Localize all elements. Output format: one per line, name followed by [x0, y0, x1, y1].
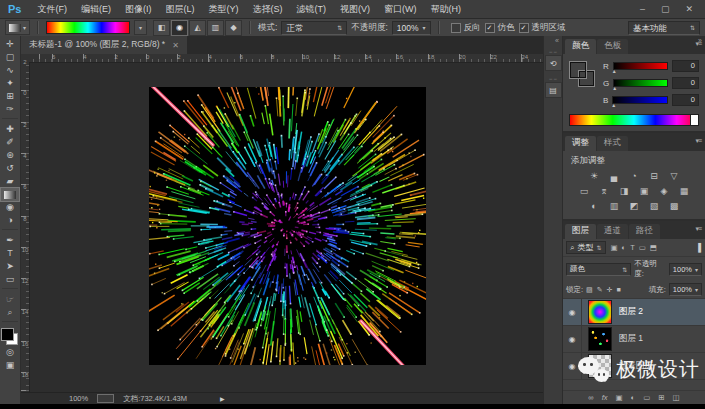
layers-tab[interactable]: 通道	[597, 224, 628, 239]
channel-slider[interactable]: ▲	[612, 96, 668, 104]
tab-close-icon[interactable]: ✕	[172, 41, 179, 50]
hue-saturation-icon[interactable]: ▭	[578, 185, 591, 197]
dodge-tool[interactable]: ◑	[1, 214, 19, 227]
color-spectrum-ramp[interactable]	[569, 114, 699, 126]
screen-mode-button[interactable]: ▣	[1, 359, 19, 372]
history-brush-tool[interactable]: ↺	[1, 162, 19, 175]
menu-item[interactable]: 视图(V)	[333, 1, 377, 18]
checkbox-box[interactable]: ✓	[485, 23, 495, 33]
slider-marker-icon[interactable]: ▲	[612, 68, 617, 74]
lock-all-icon[interactable]: ■	[616, 286, 620, 294]
properties-panel-icon[interactable]: ▤	[545, 82, 562, 98]
zoom-level[interactable]: 100%	[69, 394, 88, 403]
lock-position-icon[interactable]: ✛	[607, 286, 613, 294]
channel-slider[interactable]: ▲	[613, 79, 668, 87]
vibrance-icon[interactable]: ▽	[668, 170, 681, 182]
white-swatch[interactable]	[690, 115, 698, 125]
path-selection-tool[interactable]: ➤	[1, 260, 19, 273]
layer-filter-select[interactable]: ⌕ 类型 ⇅	[566, 241, 606, 254]
checkbox-反向[interactable]: 反向	[451, 22, 481, 34]
angle-gradient-type[interactable]: ◭	[189, 20, 206, 36]
slider-marker-icon[interactable]: ▲	[612, 85, 617, 91]
color-tab[interactable]: 颜色	[565, 39, 596, 54]
gradient-map-icon[interactable]: ▩	[668, 200, 681, 212]
close-button[interactable]: ✕	[685, 4, 693, 14]
menu-item[interactable]: 滤镜(T)	[289, 1, 333, 18]
gradient-tool[interactable]	[1, 188, 19, 201]
zoom-tool[interactable]: ⌕	[1, 306, 19, 319]
menu-item[interactable]: 编辑(E)	[74, 1, 118, 18]
layer-style-icon[interactable]: fx	[602, 393, 608, 402]
move-tool[interactable]: ✛	[1, 38, 19, 51]
eraser-tool[interactable]: ▰	[1, 175, 19, 188]
threshold-icon[interactable]: ◩	[628, 200, 641, 212]
menu-item[interactable]: 窗口(W)	[377, 1, 424, 18]
document-tab[interactable]: 未标题-1 @ 100% (图层 2, RGB/8) * ✕	[21, 36, 187, 54]
filter-shape-layers-icon[interactable]: ▭	[639, 243, 646, 252]
adjustments-tab[interactable]: 样式	[597, 136, 628, 151]
linear-gradient-type[interactable]: ◧	[153, 20, 170, 36]
diamond-gradient-type[interactable]: ◆	[225, 20, 242, 36]
radial-gradient-type[interactable]: ◉	[171, 20, 188, 36]
layer-blend-mode-select[interactable]: 颜色 ⇅	[566, 263, 631, 276]
color-tab[interactable]: 色板	[597, 39, 628, 54]
layer-row[interactable]: ◉图层 2	[563, 299, 705, 326]
reflected-gradient-type[interactable]: ▥	[207, 20, 224, 36]
expand-panels-icon[interactable]: «	[555, 36, 562, 44]
filter-adjustment-layers-icon[interactable]: ◐	[622, 243, 627, 252]
layer-row[interactable]: ◉图层 1	[563, 326, 705, 353]
shape-tool[interactable]: ▭	[1, 273, 19, 286]
black-white-icon[interactable]: ◨	[618, 185, 631, 197]
minimize-button[interactable]: –	[640, 4, 645, 14]
adjustments-tab[interactable]: 调整	[565, 136, 596, 151]
brightness-contrast-icon[interactable]: ☀	[588, 170, 601, 182]
blend-mode-select[interactable]: 正常 ⇅	[281, 21, 347, 35]
curves-icon[interactable]: ◔	[628, 170, 641, 182]
gradient-picker-button[interactable]: ▾	[134, 20, 147, 35]
exposure-icon[interactable]: ⊟	[648, 170, 661, 182]
brush-tool[interactable]: ✐	[1, 136, 19, 149]
invert-icon[interactable]: ◐	[588, 200, 601, 212]
hand-tool[interactable]: ☞	[1, 293, 19, 306]
layer-opacity-select[interactable]: 100% ▾	[669, 263, 702, 276]
lock-transparency-icon[interactable]: ▨	[586, 286, 593, 294]
status-options-arrow[interactable]: ▶	[220, 395, 225, 402]
layer-filter-toggle[interactable]: ▐	[695, 243, 702, 252]
filter-smart-objects-icon[interactable]: ⬒	[650, 243, 657, 252]
marquee-tool[interactable]: ▢	[1, 51, 19, 64]
pen-tool[interactable]: ✒	[1, 234, 19, 247]
crop-tool[interactable]: ⊞	[1, 90, 19, 103]
eyedropper-tool[interactable]: ✑	[1, 103, 19, 116]
healing-brush-tool[interactable]: ✚	[1, 123, 19, 136]
channel-slider[interactable]: ▲	[613, 62, 668, 70]
menu-item[interactable]: 图层(L)	[158, 1, 201, 18]
history-panel-icon[interactable]: ⟲	[545, 55, 562, 71]
photo-filter-icon[interactable]: ▣	[638, 185, 651, 197]
type-tool[interactable]: T	[1, 247, 19, 260]
filter-pixel-layers-icon[interactable]: ▣	[611, 243, 618, 252]
checkbox-box[interactable]: ✓	[519, 23, 529, 33]
checkbox-仿色[interactable]: ✓仿色	[485, 22, 515, 34]
maximize-button[interactable]: ▢	[661, 4, 670, 14]
blur-tool[interactable]: ◉	[1, 201, 19, 214]
lock-paint-icon[interactable]: ✎	[597, 286, 603, 294]
clone-stamp-tool[interactable]: ⊛	[1, 149, 19, 162]
slider-marker-icon[interactable]: ▲	[611, 102, 616, 108]
layer-thumbnail[interactable]	[588, 300, 612, 324]
gradient-preview[interactable]	[46, 21, 130, 34]
channel-value[interactable]: 0	[672, 94, 699, 106]
menu-item[interactable]: 文件(F)	[30, 1, 74, 18]
levels-icon[interactable]: ▄	[608, 170, 621, 182]
menu-item[interactable]: 选择(S)	[245, 1, 289, 18]
new-adjustment-layer-icon[interactable]: ◐	[631, 393, 636, 402]
new-layer-icon[interactable]: ⊞	[658, 393, 664, 402]
menu-item[interactable]: 帮助(H)	[423, 1, 468, 18]
foreground-color-swatch[interactable]	[570, 62, 586, 78]
foreground-color[interactable]	[1, 328, 14, 341]
posterize-icon[interactable]: ▥	[608, 200, 621, 212]
workspace-select[interactable]: 基本功能 ⇅	[628, 21, 700, 35]
layers-tab[interactable]: 图层	[565, 224, 596, 239]
filter-type-layers-icon[interactable]: T	[630, 243, 635, 252]
delete-layer-icon[interactable]: ◫	[673, 393, 680, 402]
menu-item[interactable]: 图像(I)	[118, 1, 159, 18]
